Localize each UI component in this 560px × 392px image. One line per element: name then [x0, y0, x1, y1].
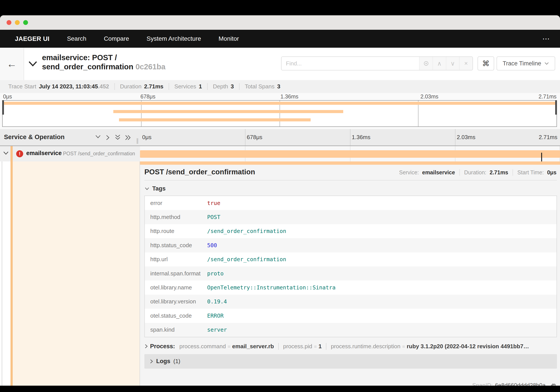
meta-duration: Duration: 2.71ms — [459, 169, 512, 176]
span-tree-left-column — [0, 161, 140, 392]
process-pid: process.pid=1 — [278, 343, 321, 350]
timeline-header-left: Service & Operation ∥ — [0, 129, 140, 145]
tag-value: /send_order_confirmation — [207, 256, 286, 262]
detail-span-bar — [140, 161, 560, 165]
trace-view-label: Trace Timeline — [503, 60, 541, 67]
tag-value: /send_order_confirmation — [207, 228, 286, 234]
tag-value: 0.19.4 — [207, 298, 227, 305]
chevron-down-icon — [544, 62, 549, 65]
span-service-name: emailservice — [26, 150, 62, 157]
tag-key: otel.library.name — [145, 284, 207, 291]
top-nav: JAEGER UI Search Compare System Architec… — [0, 30, 560, 48]
brand-logo[interactable]: JAEGER UI — [15, 35, 50, 42]
nav-item-search[interactable]: Search — [67, 35, 86, 42]
back-button[interactable]: ← — [0, 48, 24, 80]
nav-item-system-architecture[interactable]: System Architecture — [147, 35, 201, 42]
row-chevron-down-icon[interactable] — [3, 151, 9, 155]
span-detail-title: POST /send_order_confirmation — [144, 168, 255, 176]
tag-key: http.route — [145, 228, 207, 234]
tag-row: otel.status_code ERROR — [145, 309, 557, 323]
focus-match-button[interactable] — [419, 57, 432, 70]
process-section-toggle[interactable]: Process: process.command=email_server.rb… — [144, 343, 557, 350]
tag-row: otel.library.name OpenTelemetry::Instrum… — [145, 281, 557, 294]
tag-value: POST — [207, 214, 220, 220]
find-group: ∧ ∨ × — [281, 56, 473, 70]
summary-duration: Duration 2.71ms — [114, 83, 169, 90]
minimap-left-drag-handle[interactable] — [2, 100, 4, 115]
summary-depth: Depth 3 — [207, 83, 239, 90]
span-id-row: SpanID: 6e8d660dddd28b0a — [472, 382, 556, 386]
tag-key: error — [145, 200, 207, 207]
logs-section-toggle[interactable]: Logs (1) — [144, 354, 557, 369]
keyboard-shortcuts-button[interactable]: ⌘ — [478, 56, 494, 70]
tag-key: otel.library.version — [145, 298, 207, 305]
trace-title: emailservice: POST / send_order_confirma… — [42, 53, 165, 71]
next-result-button[interactable]: ∨ — [446, 57, 459, 70]
trace-title-line1: emailservice: POST / — [42, 53, 165, 62]
collapse-all-icon[interactable] — [114, 134, 121, 141]
tags-header: Tags — [152, 185, 166, 192]
selected-span-highlight — [13, 161, 140, 392]
process-header: Process: — [150, 343, 175, 350]
deep-link-icon[interactable] — [550, 382, 556, 386]
column-resize-grip[interactable]: ∥ — [136, 137, 139, 144]
zoom-window-button[interactable] — [23, 20, 28, 25]
timeline-ruler: 0μs 678μs 1.36ms 2.03ms 2.71ms — [140, 129, 560, 145]
trace-id: 0c261ba — [135, 62, 165, 71]
tag-key: internal.span.format — [145, 270, 207, 277]
minimap-tick: 678μs — [140, 93, 156, 100]
tag-row: span.kind server — [145, 323, 557, 337]
tag-value: proto — [207, 270, 224, 277]
minimap-right-drag-handle[interactable] — [555, 100, 557, 115]
span-operation-name: POST /send_order_confirmation — [63, 151, 135, 157]
span-bar[interactable] — [140, 150, 560, 158]
trace-summary: Trace Start July 14 2023, 11:03:45 .452 … — [0, 80, 560, 93]
summary-total-spans: Total Spans 3 — [239, 83, 285, 90]
nav-item-monitor[interactable]: Monitor — [219, 35, 239, 42]
meta-start-time: Start Time: 0μs — [512, 169, 557, 176]
trace-view-selector[interactable]: Trace Timeline — [497, 56, 555, 70]
tag-row: internal.span.format proto — [145, 266, 557, 281]
indent-guide — [2, 161, 2, 392]
trace-collapse-chevron-icon[interactable] — [28, 60, 38, 67]
minimap-canvas[interactable] — [2, 100, 557, 127]
logs-header: Logs — [156, 358, 170, 365]
ruler-tick: 678μs — [247, 134, 262, 141]
span-row-name-cell[interactable]: ! emailservice POST /send_order_confirma… — [0, 146, 140, 161]
expand-all-icon[interactable] — [125, 134, 131, 141]
close-window-button[interactable] — [7, 20, 11, 25]
clear-search-button[interactable]: × — [459, 57, 472, 70]
process-command: process.command=email_server.rb — [179, 343, 274, 350]
minimap-span-bar — [113, 110, 343, 113]
nav-overflow-icon[interactable]: ⋯ — [542, 34, 550, 43]
span-row-timeline-cell — [140, 146, 560, 161]
tag-value: server — [207, 327, 227, 333]
span-detail-header[interactable]: POST /send_order_confirmation Service: e… — [144, 168, 557, 176]
collapse-one-icon[interactable] — [94, 134, 101, 139]
macos-titlebar — [0, 15, 560, 30]
nav-item-compare[interactable]: Compare — [104, 35, 129, 42]
back-arrow-icon: ← — [7, 58, 17, 70]
span-detail-panel: POST /send_order_confirmation Service: e… — [140, 165, 560, 386]
find-input[interactable] — [281, 57, 419, 70]
minimize-window-button[interactable] — [15, 20, 20, 25]
expand-one-icon[interactable] — [105, 134, 110, 141]
prev-result-button[interactable]: ∧ — [432, 57, 446, 70]
command-icon: ⌘ — [482, 59, 490, 68]
chevron-right-icon — [144, 343, 148, 348]
tag-key: otel.status_code — [145, 312, 207, 319]
summary-services: Services 1 — [169, 83, 207, 90]
tag-value: OpenTelemetry::Instrumentation::Sinatra — [207, 284, 336, 291]
tag-key: span.kind — [145, 326, 207, 333]
ruler-gridline — [350, 129, 350, 145]
tag-row: otel.library.version 0.19.4 — [145, 295, 557, 309]
tag-row: error true — [145, 196, 557, 210]
tags-section-toggle[interactable]: Tags — [144, 185, 557, 192]
trace-title-line2: send_order_confirmation — [42, 62, 133, 71]
ruler-tick: 2.71ms — [539, 134, 557, 141]
tag-value: true — [207, 200, 220, 206]
span-detail-meta: Service: emailservice Duration: 2.71ms S… — [395, 169, 557, 176]
span-row: ! emailservice POST /send_order_confirma… — [0, 146, 560, 161]
tag-row: http.route /send_order_confirmation — [145, 224, 557, 238]
span-id-label: SpanID: — [472, 382, 493, 386]
